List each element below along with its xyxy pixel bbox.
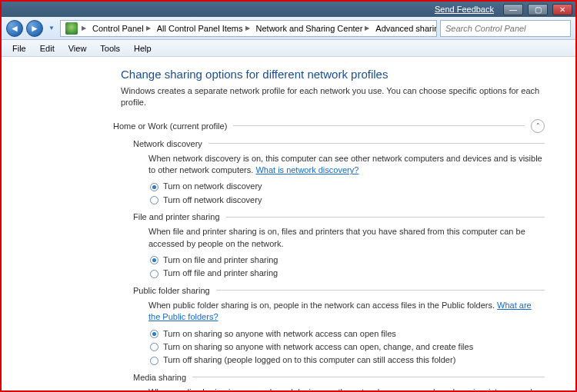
control-panel-icon xyxy=(65,22,78,35)
radio-button[interactable] xyxy=(150,256,158,264)
section-file-printer-sharing: File and printer sharing When file and p… xyxy=(135,212,545,280)
radio-button[interactable] xyxy=(150,330,158,338)
send-feedback-link[interactable]: Send Feedback xyxy=(435,5,494,14)
radio-button[interactable] xyxy=(150,357,158,365)
profile-label: Home or Work (current profile) xyxy=(113,121,227,131)
menu-bar: File Edit View Tools Help xyxy=(2,40,575,57)
menu-file[interactable]: File xyxy=(6,42,32,55)
radio-label: Turn on sharing so anyone with network a… xyxy=(163,328,396,340)
divider xyxy=(233,125,525,126)
breadcrumb-label: All Control Panel Items xyxy=(157,24,243,33)
section-title: Network discovery xyxy=(133,139,202,148)
radio-label: Turn off file and printer sharing xyxy=(163,267,278,279)
radio-row[interactable]: Turn on sharing so anyone with network a… xyxy=(150,328,545,340)
divider xyxy=(226,217,545,218)
radio-label: Turn on file and printer sharing xyxy=(163,254,278,266)
section-public-folder-sharing: Public folder sharing When public folder… xyxy=(135,286,545,367)
maximize-button[interactable]: ▢ xyxy=(528,4,548,15)
chevron-right-icon: ▶ xyxy=(365,25,369,32)
section-media-sharing: Media sharing When media sharing is on, … xyxy=(135,373,545,390)
section-title: Public folder sharing xyxy=(133,286,210,295)
radio-button[interactable] xyxy=(150,196,158,204)
close-button[interactable]: ✕ xyxy=(552,4,572,15)
radio-row[interactable]: Turn on network discovery xyxy=(150,181,545,192)
radio-row[interactable]: Turn on file and printer sharing xyxy=(150,254,545,266)
breadcrumb-label: Advanced sharing settings xyxy=(375,24,437,33)
section-description: When file and printer sharing is on, fil… xyxy=(148,226,545,250)
divider xyxy=(208,143,545,144)
radio-row[interactable]: Turn off network discovery xyxy=(150,194,545,206)
window-titlebar: Send Feedback — ▢ ✕ xyxy=(2,2,575,17)
breadcrumb-label: Network and Sharing Center xyxy=(256,24,363,33)
link-what-is-network-discovery[interactable]: What is network discovery? xyxy=(255,165,359,174)
content-area: Change sharing options for different net… xyxy=(2,57,575,390)
navigation-toolbar: ◄ ► ▼ ▶ Control Panel ▶ All Control Pane… xyxy=(2,17,575,40)
section-description: When public folder sharing is on, people… xyxy=(148,300,545,324)
breadcrumb-root[interactable]: ▶ xyxy=(62,22,89,35)
radio-label: Turn on network discovery xyxy=(163,181,262,192)
section-description: When network discovery is on, this compu… xyxy=(148,153,545,177)
section-title: File and printer sharing xyxy=(133,212,220,221)
back-button[interactable]: ◄ xyxy=(6,20,23,37)
page-description: Windows creates a separate network profi… xyxy=(121,85,545,108)
profile-header: Home or Work (current profile) ˄ xyxy=(113,119,545,133)
breadcrumb-bar[interactable]: ▶ Control Panel ▶ All Control Panel Item… xyxy=(60,20,437,37)
page-title: Change sharing options for different net… xyxy=(121,68,545,81)
radio-button[interactable] xyxy=(150,183,158,191)
breadcrumb-label: Control Panel xyxy=(92,24,144,33)
chevron-right-icon: ▶ xyxy=(245,25,250,32)
divider xyxy=(192,377,545,377)
breadcrumb-all-items[interactable]: All Control Panel Items ▶ xyxy=(154,24,253,33)
minimize-button[interactable]: — xyxy=(503,4,523,15)
desc-text: When public folder sharing is on, people… xyxy=(148,301,497,310)
breadcrumb-advanced-sharing[interactable]: Advanced sharing settings xyxy=(372,24,437,33)
chevron-up-icon: ˄ xyxy=(536,122,540,130)
radio-label: Turn on sharing so anyone with network a… xyxy=(163,341,473,353)
section-title: Media sharing xyxy=(133,373,186,382)
menu-tools[interactable]: Tools xyxy=(94,42,126,55)
menu-view[interactable]: View xyxy=(62,42,93,55)
menu-help[interactable]: Help xyxy=(128,42,158,55)
divider xyxy=(216,290,545,291)
section-description: When media sharing is on, people and dev… xyxy=(148,387,545,390)
radio-row[interactable]: Turn off sharing (people logged on to th… xyxy=(150,354,545,366)
breadcrumb-network-center[interactable]: Network and Sharing Center ▶ xyxy=(253,24,373,33)
chevron-right-icon: ▶ xyxy=(146,25,151,32)
search-box[interactable] xyxy=(440,20,571,37)
collapse-button[interactable]: ˄ xyxy=(531,119,545,133)
menu-edit[interactable]: Edit xyxy=(34,42,61,55)
nav-history-dropdown[interactable]: ▼ xyxy=(46,20,57,37)
radio-label: Turn off sharing (people logged on to th… xyxy=(163,354,455,366)
chevron-right-icon: ▶ xyxy=(82,25,86,32)
radio-button[interactable] xyxy=(150,270,158,278)
radio-row[interactable]: Turn off file and printer sharing xyxy=(150,267,545,279)
section-network-discovery: Network discovery When network discovery… xyxy=(135,139,545,207)
forward-button[interactable]: ► xyxy=(26,20,43,37)
breadcrumb-control-panel[interactable]: Control Panel ▶ xyxy=(89,24,154,33)
radio-button[interactable] xyxy=(150,343,158,351)
radio-label: Turn off network discovery xyxy=(163,194,262,206)
radio-row[interactable]: Turn on sharing so anyone with network a… xyxy=(150,341,545,353)
search-input[interactable] xyxy=(444,23,567,34)
